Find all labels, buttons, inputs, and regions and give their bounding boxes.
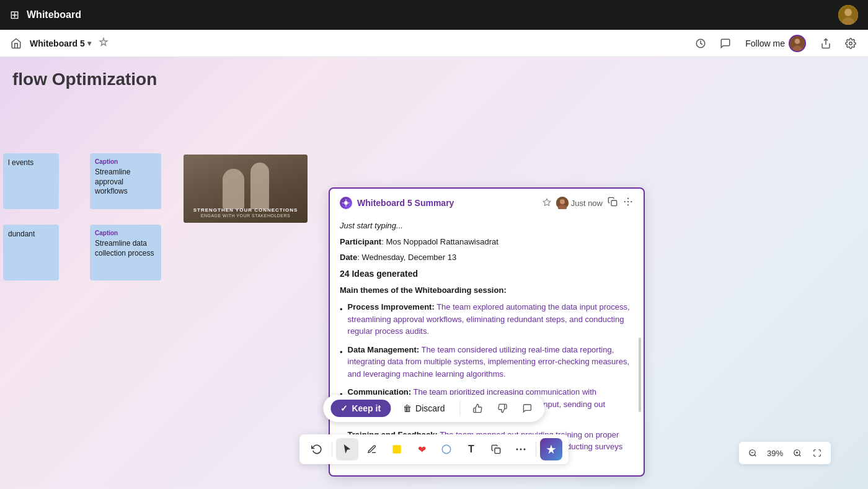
sticky-card-2-text: Streamline data collection process (95, 239, 156, 258)
breadcrumb-label: Whiteboard 5 (30, 38, 85, 48)
toolbar-sep-1 (332, 442, 332, 457)
timer-button[interactable] (691, 34, 711, 53)
copy-icon[interactable] (608, 197, 618, 209)
summary-timestamp: Just now (556, 197, 603, 209)
participant-line: Participant: Mos Noppadol Rattanawisadra… (340, 236, 634, 248)
sticky-card-2-caption: Caption (95, 230, 156, 236)
text-button[interactable]: T (460, 438, 482, 460)
image-overlay-line1: STRENGTHEN YOUR CONNECTIONS (184, 207, 308, 213)
undo-button[interactable] (306, 438, 328, 460)
navbar: Whiteboard 5 ▾ Follow me (0, 30, 868, 57)
bullet-dot-2: • (340, 346, 343, 380)
bullet-dot-1: • (340, 303, 343, 338)
thumbs-up-button[interactable] (468, 398, 488, 418)
cursor-button[interactable] (336, 438, 358, 460)
topbar: ⊞ Whiteboard (0, 0, 868, 30)
settings-button[interactable] (841, 34, 861, 53)
svg-point-12 (560, 199, 565, 204)
discard-button[interactable]: 🗑 Discard (396, 400, 452, 417)
comment-button[interactable] (715, 34, 735, 53)
copilot-logo (340, 197, 352, 209)
chevron-down-icon: ▾ (87, 39, 91, 48)
main-themes-label: Main themes of the Whiteboarding session… (340, 284, 634, 297)
more-settings-icon[interactable] (622, 196, 634, 210)
summary-pin-icon[interactable] (542, 198, 551, 209)
bullet-data-management: • Data Management: The team considered u… (340, 344, 634, 380)
avatar-image (838, 5, 858, 25)
svg-point-23 (516, 449, 518, 451)
summary-placeholder: Just start typing... (340, 220, 634, 232)
scrollbar[interactable] (639, 338, 641, 412)
pin-icon[interactable] (99, 37, 108, 50)
follow-me-label: Follow me (745, 38, 785, 48)
bullet-text-1: Process Improvement: The team explored a… (348, 301, 634, 338)
home-button[interactable] (7, 35, 25, 52)
sticky-card-1[interactable]: Caption Streamline approval workflows (90, 153, 161, 209)
zoom-fit-button[interactable] (808, 444, 826, 462)
svg-line-30 (799, 455, 801, 457)
svg-point-1 (844, 9, 852, 16)
action-bar: ✓ Keep it 🗑 Discard (323, 395, 544, 422)
toolbar-sep-2 (536, 442, 536, 457)
svg-rect-20 (392, 445, 401, 454)
clone-button[interactable] (485, 438, 507, 460)
comment-action-button[interactable] (518, 398, 538, 418)
image-card[interactable]: STRENGTHEN YOUR CONNECTIONS ENGAGE WITH … (184, 155, 308, 223)
zoom-out-button[interactable] (744, 444, 761, 462)
zoom-in-button[interactable] (789, 444, 806, 462)
text-icon: T (468, 444, 474, 455)
bottom-toolbar: ❤ T (299, 434, 569, 464)
svg-point-21 (442, 445, 451, 454)
svg-marker-10 (543, 199, 551, 205)
action-separator (460, 401, 461, 416)
user-avatar[interactable] (838, 5, 858, 25)
discard-label: Discard (415, 403, 445, 413)
svg-point-18 (627, 198, 629, 199)
shape-button[interactable] (435, 438, 458, 460)
copilot-button[interactable] (540, 438, 562, 460)
timestamp-text: Just now (571, 199, 603, 208)
trash-icon: 🗑 (403, 403, 412, 413)
sticky-card-redundant[interactable]: dundant (3, 225, 59, 280)
svg-point-8 (849, 42, 852, 45)
bullet-process-improvement: • Process Improvement: The team explored… (340, 301, 634, 338)
grid-icon[interactable]: ⊞ (10, 8, 19, 22)
sticky-card-redundant-text: dundant (8, 230, 35, 238)
sticky-card-2[interactable]: Caption Streamline data collection proce… (90, 225, 161, 280)
checkmark-icon: ✓ (340, 403, 348, 413)
page-title: flow Optimization (12, 70, 157, 89)
svg-point-15 (624, 201, 626, 202)
sticky-card-1-caption: Caption (95, 158, 156, 165)
svg-point-5 (795, 38, 800, 44)
zoom-controls: 39% (739, 442, 831, 464)
navbar-right: Follow me (691, 32, 861, 55)
summary-title: Whiteboard 5 Summary (357, 198, 538, 208)
svg-point-25 (524, 449, 526, 451)
follow-me-button[interactable]: Follow me (740, 32, 811, 55)
svg-point-9 (344, 201, 348, 205)
image-overlay-line2: ENGAGE WITH YOUR STAKEHOLDERS (184, 213, 308, 218)
sticky-card-events[interactable]: l events (3, 153, 59, 209)
zoom-level: 39% (764, 449, 786, 458)
svg-point-24 (520, 449, 522, 451)
svg-point-17 (631, 201, 632, 202)
svg-line-27 (755, 455, 756, 457)
summary-actions (608, 196, 634, 210)
svg-rect-14 (611, 200, 617, 206)
sticky-card-events-text: l events (8, 158, 33, 167)
canvas[interactable]: flow Optimization l events dundant Capti… (0, 57, 868, 489)
timestamp-avatar (556, 197, 569, 209)
thumbs-down-button[interactable] (493, 398, 513, 418)
keep-button[interactable]: ✓ Keep it (330, 400, 391, 417)
more-button[interactable] (510, 438, 532, 460)
ideas-count: 24 Ideas generated (340, 267, 634, 280)
follow-me-avatar (789, 35, 806, 52)
heart-button[interactable]: ❤ (410, 438, 433, 460)
svg-point-16 (627, 201, 629, 202)
summary-panel: Whiteboard 5 Summary Just now (329, 187, 645, 477)
svg-rect-22 (495, 448, 500, 454)
share-button[interactable] (816, 34, 836, 53)
breadcrumb[interactable]: Whiteboard 5 ▾ (30, 38, 91, 48)
pen-button[interactable] (361, 438, 383, 460)
sticky-button[interactable] (386, 438, 408, 460)
